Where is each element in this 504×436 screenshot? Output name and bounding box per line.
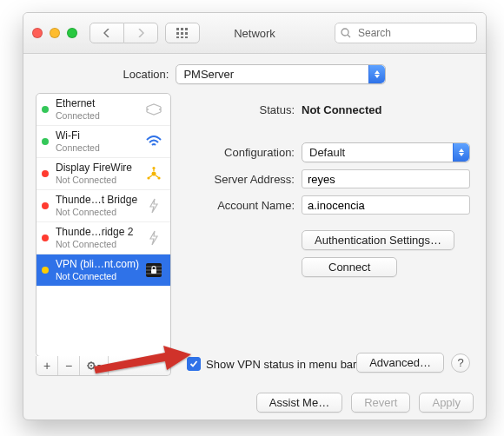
svg-point-11: [147, 109, 149, 110]
remove-service-button[interactable]: −: [58, 356, 80, 375]
search-input[interactable]: [356, 26, 487, 40]
forward-button[interactable]: [124, 23, 158, 43]
footer: Assist Me… Revert Apply: [23, 385, 486, 419]
svg-point-9: [342, 29, 348, 36]
status-label: Status:: [185, 103, 295, 116]
svg-rect-1: [181, 28, 183, 30]
service-status: Not Connected: [56, 207, 141, 217]
firewire-icon: [144, 164, 163, 183]
service-name: VPN (bli…nt.com): [56, 259, 141, 271]
status-dot-icon: [42, 106, 49, 113]
grid-icon: [176, 28, 189, 38]
action-menu-button[interactable]: [80, 356, 109, 375]
chevron-updown-icon: [368, 65, 385, 83]
location-row: Location: PMServer: [23, 54, 486, 93]
svg-rect-0: [176, 28, 179, 30]
service-row-wifi[interactable]: Wi-Fi Connected: [36, 126, 170, 158]
svg-line-30: [89, 368, 90, 369]
revert-button[interactable]: Revert: [351, 393, 410, 413]
account-name-row: Account Name:: [185, 195, 470, 215]
service-status: Connected: [56, 110, 141, 121]
service-sidebar: Ethernet Connected Wi-Fi Connected: [36, 93, 171, 376]
chevron-updown-icon: [453, 143, 469, 162]
back-button[interactable]: [90, 23, 124, 43]
svg-line-31: [94, 363, 95, 364]
status-dot-icon: [42, 235, 49, 241]
service-row-vpn[interactable]: VPN (bli…nt.com) Not Connected: [36, 254, 170, 286]
service-status: Not Connected: [56, 239, 141, 249]
thunderbolt-icon: [144, 196, 163, 215]
checkmark-icon: [189, 360, 198, 368]
status-dot-icon: [42, 267, 49, 274]
service-row-thunderbolt-2[interactable]: Thunde…ridge 2 Not Connected: [36, 222, 170, 254]
svg-rect-3: [176, 32, 179, 35]
svg-line-28: [89, 363, 90, 364]
account-name-label: Account Name:: [185, 199, 295, 212]
status-value: Not Connected: [302, 103, 381, 116]
service-status: Not Connected: [56, 175, 141, 185]
help-button[interactable]: ?: [451, 353, 470, 373]
account-name-input[interactable]: [302, 195, 470, 215]
ethernet-icon: [144, 100, 163, 119]
thunderbolt-icon: [144, 228, 163, 248]
service-name: Thunde…ridge 2: [56, 227, 141, 239]
server-address-label: Server Address:: [185, 173, 295, 186]
service-name: Thunde…t Bridge: [56, 195, 141, 207]
apply-button[interactable]: Apply: [419, 393, 474, 413]
show-vpn-status-checkbox[interactable]: [187, 357, 201, 371]
traffic-lights: [32, 28, 77, 38]
status-dot-icon: [42, 170, 49, 177]
server-address-row: Server Address:: [185, 169, 470, 188]
location-label: Location:: [123, 68, 169, 81]
service-name: Wi-Fi: [56, 130, 141, 142]
location-value: PMServer: [183, 68, 234, 81]
svg-point-12: [159, 109, 161, 110]
assist-me-button[interactable]: Assist Me…: [256, 393, 342, 413]
service-status: Connected: [56, 142, 141, 153]
svg-rect-8: [185, 36, 188, 38]
nav-back-forward: [90, 23, 158, 43]
close-window-button[interactable]: [32, 28, 43, 38]
status-row: Status: Not Connected: [185, 103, 470, 116]
vpn-button-group: Authentication Settings… Connect: [302, 230, 470, 277]
configuration-row: Configuration: Default: [185, 142, 470, 162]
minimize-window-button[interactable]: [50, 28, 60, 38]
body: Ethernet Connected Wi-Fi Connected: [23, 93, 486, 376]
status-dot-icon: [42, 202, 49, 209]
service-row-ethernet[interactable]: Ethernet Connected: [36, 94, 170, 126]
add-service-button[interactable]: +: [36, 356, 58, 375]
wifi-icon: [144, 132, 163, 151]
authentication-settings-button[interactable]: Authentication Settings…: [302, 230, 454, 250]
service-list-buttons: + −: [36, 356, 171, 376]
search-field-wrap[interactable]: [335, 23, 477, 43]
connect-button[interactable]: Connect: [302, 257, 397, 277]
service-row-thunderbolt-1[interactable]: Thunde…t Bridge Not Connected: [36, 190, 170, 222]
location-popup[interactable]: PMServer: [176, 64, 386, 84]
configuration-popup[interactable]: Default: [302, 142, 470, 162]
service-name: Ethernet: [56, 98, 141, 110]
search-icon: [341, 28, 351, 38]
svg-rect-5: [185, 32, 188, 35]
gear-icon: [86, 360, 102, 371]
svg-rect-21: [151, 269, 156, 274]
advanced-button[interactable]: Advanced…: [356, 353, 444, 373]
show-vpn-status-label: Show VPN status in menu bar: [206, 358, 356, 371]
server-address-input[interactable]: [302, 169, 470, 188]
zoom-window-button[interactable]: [67, 28, 77, 38]
svg-rect-4: [181, 32, 183, 35]
network-prefpane-window: Network Location: PMServer Ethernet: [23, 12, 487, 420]
show-vpn-status-row[interactable]: Show VPN status in menu bar: [187, 357, 356, 371]
service-detail: Status: Not Connected Configuration: Def…: [182, 93, 474, 376]
svg-point-13: [152, 172, 156, 176]
vpn-lock-icon: [144, 261, 163, 280]
configuration-label: Configuration:: [185, 146, 295, 159]
show-all-button[interactable]: [165, 23, 200, 43]
svg-point-14: [152, 167, 155, 169]
svg-line-10: [348, 35, 350, 37]
service-row-firewire[interactable]: Display FireWire Not Connected: [36, 158, 170, 190]
svg-rect-7: [181, 36, 183, 38]
service-list: Ethernet Connected Wi-Fi Connected: [36, 93, 171, 357]
advanced-row: Advanced… ?: [356, 353, 470, 373]
svg-rect-2: [185, 28, 188, 30]
service-status: Not Connected: [56, 271, 141, 281]
